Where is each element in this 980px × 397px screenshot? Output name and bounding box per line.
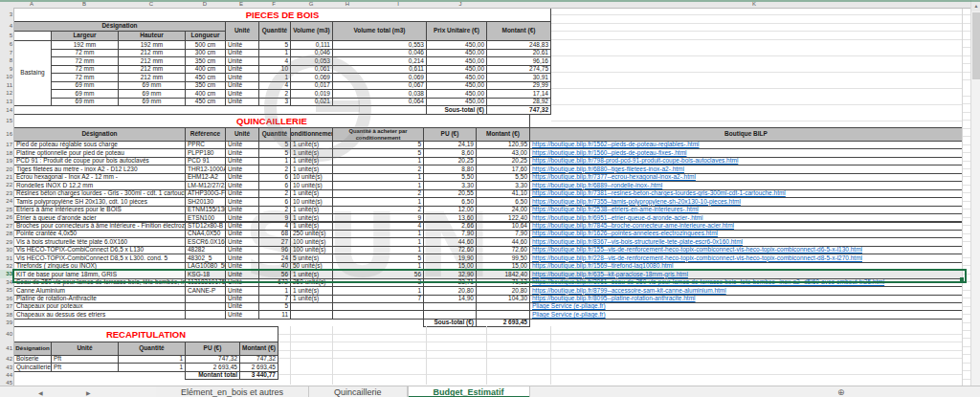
row-header-38[interactable]: 38 [0, 310, 12, 318]
header-montant[interactable]: Montant (€) [486, 21, 551, 41]
gridline [550, 326, 551, 385]
pieces-de-bois-title[interactable]: PIECES DE BOIS [13, 8, 551, 22]
row-header-35[interactable]: 35 [0, 286, 12, 294]
cell-quantite[interactable]: 1 [118, 363, 186, 372]
header-q-7[interactable]: Montant (€) [476, 127, 530, 142]
row-header-16[interactable]: 16 [0, 127, 12, 141]
row-header-22[interactable]: 22 [0, 181, 12, 188]
header-volume_total[interactable]: Volume total (m3) [332, 21, 427, 41]
row-header-13[interactable]: 13 [0, 98, 12, 106]
row-header-37[interactable]: 37 [0, 302, 12, 310]
row-header-9[interactable]: 9 [0, 65, 12, 74]
add-sheet-button[interactable]: ⊕ [837, 386, 845, 397]
row-header-5[interactable]: 5 [0, 31, 12, 40]
row-header-31[interactable]: 31 [0, 254, 12, 261]
cell-unite[interactable]: Unité [225, 310, 259, 319]
total-label[interactable]: Montant total [185, 371, 240, 381]
gridline [426, 326, 427, 385]
cell-designation[interactable]: Quincaillerie [13, 363, 52, 372]
row-header-14[interactable]: 14 [0, 105, 12, 114]
row-header-12[interactable]: 12 [0, 89, 12, 98]
row-header-33[interactable]: 33 [0, 270, 12, 277]
row-header-17[interactable]: 17 [0, 141, 12, 148]
row-header-29[interactable]: 29 [0, 237, 12, 245]
boutique-link[interactable]: Pliage Service (e-pliage.fr) [529, 310, 963, 319]
total-value[interactable]: 3 440,77 [239, 371, 278, 381]
recapitulation-title[interactable]: RECAPITULATION [13, 326, 278, 342]
subtotal-label[interactable]: Sous-total (€) [423, 319, 477, 328]
row-header-8[interactable]: 8 [0, 56, 12, 65]
tab-budget-estimatif[interactable]: Budget_Estimatif [408, 386, 530, 397]
row-header-30[interactable]: 30 [0, 246, 12, 254]
row-header-40[interactable]: 40 [0, 326, 12, 342]
row-header-26[interactable]: 26 [0, 213, 12, 221]
header-q-5[interactable]: Quantité à acheter par conditionnement [332, 127, 424, 142]
cell-designation[interactable]: Chapeaux au dessus des etriers [13, 310, 186, 319]
header-r-0[interactable]: Désignation [13, 342, 52, 356]
row-header-34[interactable]: 34 [0, 278, 12, 286]
row-header-4[interactable]: 4 [0, 21, 12, 31]
header-q-6[interactable]: PU (€) [423, 127, 477, 142]
row-headers: 3456789101112131415161718192021222324252… [0, 8, 14, 386]
cell-volume[interactable]: 0,021 [290, 98, 333, 107]
header-q-3[interactable]: Quantité [258, 127, 291, 142]
header-r-1[interactable]: Unité [51, 342, 119, 356]
header-quantite[interactable]: Quantité [258, 21, 291, 41]
row-header-24[interactable]: 24 [0, 197, 12, 205]
cell-quantite[interactable]: 11 [258, 310, 291, 319]
header-prix_unitaire[interactable]: Prix Unitaire (€) [426, 21, 487, 41]
row-header-20[interactable]: 20 [0, 165, 12, 172]
cell-conditionnement[interactable] [290, 310, 333, 319]
row-header-7[interactable]: 7 [0, 49, 12, 57]
row-header-44[interactable]: 44 [0, 371, 12, 380]
cell-largeur[interactable]: 69 mm [51, 98, 119, 107]
cell-unite[interactable]: Pft [51, 363, 119, 372]
cell-reference[interactable] [185, 310, 226, 319]
row-header-18[interactable]: 18 [0, 148, 12, 156]
row-header-36[interactable]: 36 [0, 295, 12, 302]
row-header-23[interactable]: 23 [0, 189, 12, 197]
row-header-32[interactable]: 32 [0, 262, 12, 270]
scrollbar-thumb[interactable] [972, 12, 980, 79]
header-r-4[interactable]: Montant (€) [239, 342, 278, 356]
row-header-42[interactable]: 42 [0, 355, 12, 364]
row-header-27[interactable]: 27 [0, 222, 12, 230]
quincaillerie-title[interactable]: QUINCAILLERIE [13, 114, 530, 128]
row-header-28[interactable]: 28 [0, 230, 12, 237]
cell-volume_total[interactable]: 0,064 [332, 98, 427, 107]
header-q-0[interactable]: Désignation [13, 127, 186, 142]
header-unite[interactable]: Unité [225, 21, 259, 41]
cell-quantite[interactable]: 3 [258, 98, 291, 107]
row-header-41[interactable]: 41 [0, 342, 12, 355]
tab-quincaillerie[interactable]: Quincaillerie [309, 386, 408, 397]
header-volume[interactable]: Volume (m3) [290, 21, 333, 41]
header-q-4[interactable]: Conditionnement [290, 127, 333, 142]
row-header-45[interactable]: 45 [0, 379, 12, 386]
header-r-3[interactable]: PU (€) [185, 342, 240, 356]
header-q-1[interactable]: Référence [185, 127, 226, 142]
header-r-2[interactable]: Quantité [118, 342, 186, 356]
vertical-scrollbar[interactable]: ▲ [970, 0, 980, 386]
row-header-15[interactable]: 15 [0, 114, 12, 127]
gridline [290, 326, 291, 385]
tab-scroll-right-icon[interactable]: ▶ [86, 386, 91, 397]
row-header-3[interactable]: 3 [0, 8, 12, 21]
cell-longueur[interactable]: 450 cm [185, 98, 226, 107]
tab-element-en-bois-et-autres[interactable]: Elément_en_bois et autres [156, 386, 309, 397]
cell-hauteur[interactable]: 69 mm [118, 98, 186, 107]
row-header-10[interactable]: 10 [0, 73, 12, 81]
row-header-25[interactable]: 25 [0, 206, 12, 213]
row-header-39[interactable]: 39 [0, 319, 12, 327]
header-q-8[interactable]: Boutique BILP [529, 127, 963, 142]
header-q-2[interactable]: Unité [225, 127, 259, 142]
row-header-21[interactable]: 21 [0, 173, 12, 181]
row-header-43[interactable]: 43 [0, 363, 12, 371]
subtotal-value[interactable]: 2 693,45 [476, 319, 530, 328]
row-header-11[interactable]: 11 [0, 81, 12, 90]
row-header-19[interactable]: 19 [0, 157, 12, 165]
group-label[interactable]: Bastaing [13, 40, 52, 106]
row-header-6[interactable]: 6 [0, 40, 12, 49]
cell-a_acheter[interactable] [332, 310, 424, 319]
cell-unite[interactable]: Unité [225, 98, 259, 107]
tab-scroll-left-icon[interactable]: ◀ [38, 386, 43, 397]
